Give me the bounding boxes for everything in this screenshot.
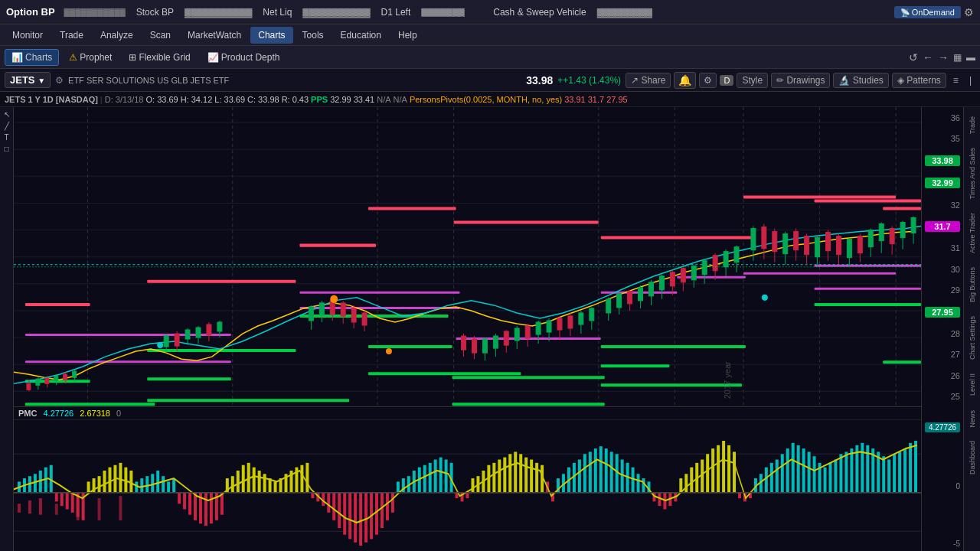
svg-rect-261 — [434, 460, 437, 493]
svg-rect-274 — [503, 458, 506, 493]
svg-rect-206 — [140, 478, 143, 493]
menu-education[interactable]: Education — [333, 27, 389, 44]
menu-marketwatch[interactable]: MarketWatch — [180, 27, 249, 44]
d1-left-label: D1 Left — [374, 4, 419, 21]
rect-tool[interactable]: □ — [4, 145, 8, 153]
product-depth-btn[interactable]: 📈 Product Depth — [201, 49, 287, 66]
alert-icon[interactable]: 🔔 — [674, 72, 696, 89]
main-price-chart[interactable]: 2017 year — [14, 107, 921, 407]
pivot-val1: 33.91 — [564, 95, 586, 104]
svg-rect-289 — [583, 455, 586, 494]
price-36: 36 — [925, 113, 960, 122]
patterns-label: Patterns — [906, 75, 941, 86]
svg-rect-58 — [36, 379, 40, 385]
menu-tools[interactable]: Tools — [295, 27, 332, 44]
sidebar-times-sales[interactable]: Times And Sales — [969, 142, 976, 205]
settings-btn[interactable]: ⚙ — [699, 73, 717, 88]
toolbar-chart-buttons: ↗ Share 🔔 ⚙ D Style ✏ Drawings 🔬 Studies… — [626, 72, 975, 89]
forward-icon[interactable]: → — [938, 51, 949, 64]
svg-rect-262 — [439, 458, 443, 493]
svg-rect-152 — [617, 294, 622, 308]
studies-label: Studies — [853, 75, 884, 86]
layout-grid-icon[interactable]: ▦ — [953, 52, 962, 63]
svg-rect-314 — [717, 445, 720, 493]
prophet-btn[interactable]: ⚠ Prophet — [62, 49, 119, 66]
more-btn[interactable]: ≡ — [949, 73, 962, 87]
flexible-grid-btn[interactable]: ⊞ Flexible Grid — [122, 49, 197, 66]
na1: N/A — [377, 95, 390, 104]
svg-rect-160 — [659, 276, 664, 290]
menu-monitor[interactable]: Monitor — [5, 27, 51, 44]
share-btn[interactable]: ↗ Share — [626, 73, 671, 88]
svg-rect-146 — [579, 313, 583, 324]
svg-rect-241 — [327, 493, 330, 513]
settings-icon[interactable]: ⚙ — [964, 6, 974, 18]
sidebar-big-buttons[interactable]: Big Buttons — [969, 261, 976, 308]
svg-rect-172 — [724, 252, 728, 267]
sidebar-level2[interactable]: Level II — [969, 367, 976, 402]
patterns-btn[interactable]: ◈ Patterns — [892, 73, 946, 88]
on-demand-btn[interactable]: 📡 OnDemand — [894, 6, 961, 18]
flexible-grid-label: Flexible Grid — [139, 52, 190, 63]
svg-rect-295 — [616, 455, 619, 494]
svg-rect-268 — [471, 478, 474, 493]
d1-left-value: ▓▓▓▓▓▓▓ — [421, 8, 482, 17]
layout-single-icon[interactable]: ▬ — [966, 52, 975, 63]
menu-trade[interactable]: Trade — [52, 27, 91, 44]
menu-scan[interactable]: Scan — [142, 27, 178, 44]
studies-btn[interactable]: 🔬 Studies — [833, 73, 888, 88]
text-tool[interactable]: T — [4, 133, 8, 142]
svg-rect-60 — [45, 378, 49, 383]
symbol-select[interactable]: JETS ▼ — [5, 72, 51, 88]
svg-rect-29 — [452, 403, 605, 406]
sidebar-trade[interactable]: Trade — [969, 110, 976, 140]
drawings-btn[interactable]: ✏ Drawings — [771, 73, 830, 88]
option-bp-logo: Option BP — [6, 6, 55, 18]
pmc-val3: 0 — [116, 409, 121, 418]
back-icon[interactable]: ← — [923, 51, 933, 64]
na2: N/A — [394, 95, 407, 104]
svg-rect-324 — [770, 463, 773, 493]
style-btn[interactable]: Style — [737, 73, 768, 88]
line-tool[interactable]: ╱ — [5, 122, 9, 130]
svg-rect-247 — [359, 493, 362, 546]
pmc-chart[interactable]: PMC 4.27726 2.67318 0 — [14, 407, 921, 551]
svg-rect-267 — [466, 493, 469, 498]
drawings-icon: ✏ — [776, 75, 784, 86]
cursor-tool[interactable]: ↖ — [4, 110, 10, 119]
charts-btn[interactable]: 📊 Charts — [5, 49, 59, 66]
svg-rect-112 — [858, 236, 862, 253]
pps-label: PPS — [311, 95, 328, 104]
sidebar-news[interactable]: News — [969, 404, 976, 434]
svg-rect-64 — [64, 374, 67, 380]
menu-analyze[interactable]: Analyze — [93, 27, 141, 44]
svg-point-176 — [762, 295, 768, 301]
prophet-label: Prophet — [80, 52, 112, 63]
svg-rect-246 — [354, 493, 357, 543]
svg-rect-279 — [530, 460, 533, 493]
svg-rect-238 — [311, 493, 314, 498]
sidebar-chart-settings[interactable]: Chart Settings — [969, 310, 976, 366]
svg-rect-245 — [348, 493, 351, 540]
menu-charts[interactable]: Charts — [250, 27, 292, 44]
svg-rect-332 — [813, 457, 816, 494]
info-r: R: 0.43 — [282, 95, 309, 104]
d-badge[interactable]: D — [720, 75, 733, 86]
top-navigation-bar: Option BP ▓▓▓▓▓▓▓▓▓▓▓ Stock BP ▓▓▓▓▓▓▓▓▓… — [0, 0, 980, 24]
svg-rect-280 — [535, 463, 538, 493]
drawing-tools-sidebar: ↖ ╱ T □ — [0, 107, 14, 551]
symbol-settings-icon[interactable]: ⚙ — [55, 75, 64, 86]
draw-line-icon[interactable]: | — [965, 73, 975, 87]
menu-help[interactable]: Help — [390, 27, 425, 44]
svg-rect-210 — [162, 477, 165, 494]
price-axis: 36 35 33.98 32.99 32 31.7 31 30 29 27.95… — [921, 107, 963, 407]
svg-rect-345 — [882, 457, 885, 494]
sidebar-active-trader[interactable]: Active Trader — [969, 207, 976, 259]
svg-rect-193 — [71, 493, 74, 513]
svg-rect-126 — [472, 339, 476, 353]
symbol-bar: JETS ▼ ⚙ ETF SER SOLUTIONS US GLB JETS E… — [0, 69, 980, 92]
price-32: 32 — [925, 201, 960, 210]
sidebar-dashboard[interactable]: Dashboard — [969, 435, 976, 481]
drawings-label: Drawings — [786, 75, 825, 86]
refresh-icon[interactable]: ↺ — [909, 51, 918, 64]
